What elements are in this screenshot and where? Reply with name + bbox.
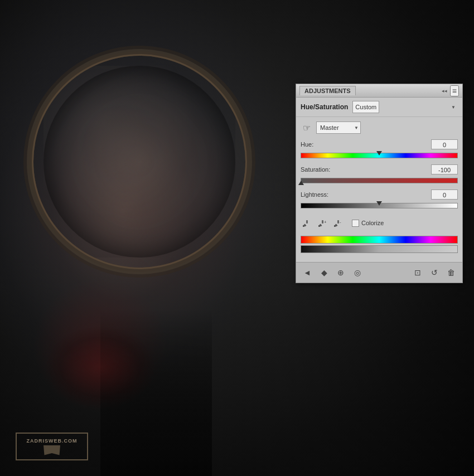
minimize-icon: ◂◂ [442, 88, 447, 94]
lightness-thumb[interactable] [376, 201, 382, 209]
reset-icon: ↺ [431, 268, 438, 277]
saturation-thumb[interactable] [298, 177, 304, 185]
master-row: ☞ Master [301, 122, 458, 134]
eyedropper-subtract-icon: - [334, 219, 342, 227]
lightness-label-row: Lightness: 0 [301, 190, 458, 200]
hand-tool-icon[interactable]: ☞ [301, 122, 313, 134]
visibility-button[interactable]: ◎ [351, 266, 364, 279]
forward-icon: ◆ [321, 268, 327, 277]
colorize-area: Colorize [352, 220, 384, 227]
hs-section-label: Hue/Saturation [301, 103, 348, 111]
lightness-track[interactable] [301, 203, 458, 208]
adjustments-panel: ADJUSTMENTS ◂◂ ≡ Hue/Saturation Custom ☞ [296, 84, 463, 283]
tools-row: + - Colorize [301, 215, 458, 231]
color-bar-rainbow-top [301, 236, 458, 244]
layer-button[interactable]: ⊕ [334, 266, 347, 279]
panel-body: ☞ Master Hue: 0 Saturation: [296, 117, 462, 262]
svg-rect-5 [318, 225, 320, 227]
svg-rect-4 [322, 220, 323, 224]
saturation-label: Saturation: [301, 166, 330, 173]
color-bar-gray-bottom [301, 245, 458, 253]
color-bars-section [301, 236, 458, 253]
back-button[interactable]: ◄ [301, 266, 314, 279]
watermark: ZADRISWEB.COM [16, 433, 88, 460]
hue-value[interactable]: 0 [431, 139, 458, 149]
svg-text:-: - [340, 220, 341, 225]
watermark-text: ZADRISWEB.COM [27, 438, 78, 444]
hue-thumb[interactable] [376, 151, 382, 159]
svg-rect-1 [306, 220, 308, 224]
colorize-checkbox[interactable] [352, 220, 359, 227]
hue-slider-row: Hue: 0 [301, 139, 458, 160]
eyedropper-add-icon: + [318, 219, 326, 227]
menu-icon: ≡ [452, 86, 457, 95]
hue-track-container [301, 151, 458, 160]
saturation-label-row: Saturation: -100 [301, 164, 458, 174]
eyedropper-icon [303, 219, 311, 227]
eyedropper-add-button[interactable]: + [316, 217, 328, 229]
lightness-track-container [301, 201, 458, 210]
preset-select-wrapper: Custom [352, 101, 458, 113]
panel-titlebar: ADJUSTMENTS ◂◂ ≡ [296, 84, 462, 98]
lightness-value[interactable]: 0 [431, 190, 458, 200]
eyedropper-subtract-button[interactable]: - [332, 217, 344, 229]
hue-track[interactable] [301, 153, 458, 158]
channel-select[interactable]: Master [316, 122, 361, 134]
forward-button[interactable]: ◆ [317, 266, 331, 279]
minimize-button[interactable]: ◂◂ [441, 88, 448, 94]
svg-text:+: + [324, 220, 326, 225]
mirror-frame [33, 56, 245, 268]
delete-button[interactable]: 🗑 [444, 266, 458, 279]
saturation-track-container [301, 176, 458, 185]
adjustments-tab-label: ADJUSTMENTS [304, 88, 351, 94]
preset-select[interactable]: Custom [352, 101, 379, 113]
roses-area [45, 326, 156, 409]
hue-label: Hue: [301, 141, 313, 148]
svg-rect-8 [337, 220, 339, 224]
watermark-book-icon [43, 445, 60, 455]
lightness-label: Lightness: [301, 191, 328, 198]
eyedropper-button[interactable] [301, 217, 313, 229]
layer-icon: ⊕ [337, 268, 344, 277]
panel-menu-button[interactable]: ≡ [450, 85, 459, 96]
toolbar-left: ◄ ◆ ⊕ ◎ [301, 266, 364, 279]
toolbar-right: ⊡ ↺ 🗑 [411, 266, 458, 279]
svg-rect-9 [334, 225, 336, 227]
clipping-icon: ⊡ [414, 268, 421, 277]
clipping-button[interactable]: ⊡ [411, 266, 424, 279]
channel-select-wrapper: Master [316, 122, 361, 134]
hue-label-row: Hue: 0 [301, 139, 458, 149]
panel-toolbar: ◄ ◆ ⊕ ◎ ⊡ ↺ 🗑 [296, 262, 462, 283]
reset-button[interactable]: ↺ [428, 266, 441, 279]
delete-icon: 🗑 [447, 268, 455, 277]
panel-title-section: ADJUSTMENTS [299, 86, 356, 95]
colorize-label[interactable]: Colorize [361, 220, 384, 226]
lightness-slider-row: Lightness: 0 [301, 190, 458, 210]
saturation-track[interactable] [301, 178, 458, 183]
saturation-value[interactable]: -100 [431, 164, 458, 174]
saturation-slider-row: Saturation: -100 [301, 164, 458, 185]
panel-title-controls: ◂◂ ≡ [441, 85, 459, 96]
hs-header: Hue/Saturation Custom [296, 98, 462, 117]
visibility-icon: ◎ [354, 268, 361, 277]
adjustments-tab[interactable]: ADJUSTMENTS [299, 86, 356, 95]
back-icon: ◄ [303, 268, 311, 277]
svg-rect-2 [303, 225, 304, 227]
